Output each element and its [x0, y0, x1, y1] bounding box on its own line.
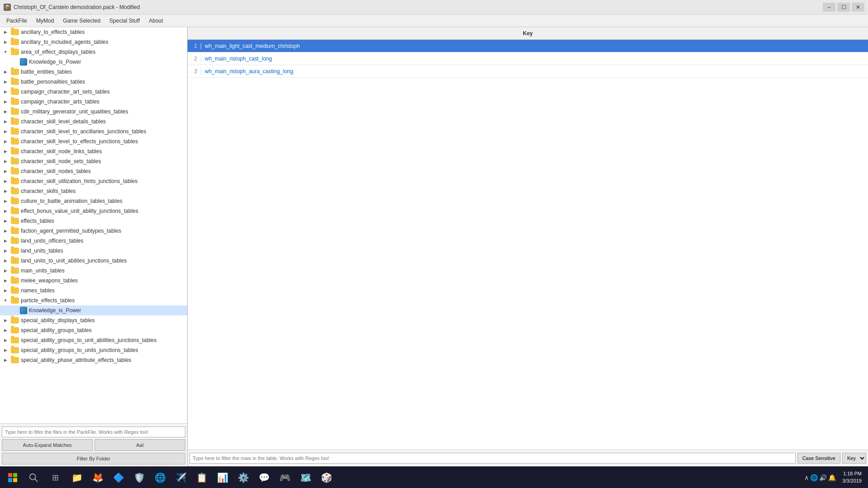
app10-button[interactable]: 💬 [254, 468, 274, 488]
tree-item-char-skill-node-links[interactable]: character_skill_node_links_tables [0, 146, 187, 156]
folder-icon [11, 297, 19, 304]
svg-point-4 [30, 474, 36, 479]
table-row[interactable]: 3 wh_main_ristoph_aura_casting_long [188, 65, 868, 78]
up-arrow-icon[interactable]: ∧ [804, 474, 809, 481]
menu-game-selected[interactable]: Game Selected [58, 16, 105, 26]
tree-item-effect-bonus[interactable]: effect_bonus_value_unit_ability_junction… [0, 206, 187, 216]
tree-item-culture-battle[interactable]: culture_to_battle_animation_tables_table… [0, 196, 187, 206]
sys-tray-icons: ∧ 🌐 🔊 🔔 [802, 474, 838, 481]
network-icon[interactable]: 🌐 [810, 474, 818, 481]
case-sensitive-button[interactable]: Case Sensitive [797, 453, 840, 464]
app4-button[interactable]: 🛡️ [129, 468, 149, 488]
folder-icon [11, 79, 19, 85]
tree-item-particle-effects[interactable]: particle_effects_tables [0, 296, 187, 305]
tree-item-names[interactable]: names_tables [0, 286, 187, 296]
tree-item-char-skill-nodes[interactable]: character_skill_nodes_tables [0, 166, 187, 176]
chevron-icon [2, 178, 9, 185]
tree-item-char-skill-utilization[interactable]: character_skill_utilization_hints_juncti… [0, 176, 187, 186]
volume-icon[interactable]: 🔊 [819, 474, 827, 481]
tree-item-effects[interactable]: effects_tables [0, 216, 187, 226]
table-row[interactable]: 2 wh_main_ristoph_cast_long [188, 52, 868, 65]
tree-item-special-ability-groups-units[interactable]: special_ability_groups_to_units_junction… [0, 345, 187, 355]
menu-about[interactable]: About [144, 16, 167, 26]
tree-item-char-skill-ancillaries[interactable]: character_skill_level_to_ancillaries_jun… [0, 127, 187, 136]
tree-item-char-skill-node-sets[interactable]: character_skill_node_sets_tables [0, 156, 187, 166]
close-button[interactable]: ✕ [852, 3, 864, 12]
tree-item-cdir-military[interactable]: cdir_military_generator_unit_qualities_t… [0, 107, 187, 117]
app13-button[interactable]: 🎲 [316, 468, 336, 488]
column-filter-dropdown[interactable]: Key [842, 453, 866, 464]
folder-icon [11, 208, 19, 214]
chevron-icon [2, 88, 9, 95]
tree-item-campaign-arts[interactable]: campaign_character_arts_tables [0, 97, 187, 107]
file-filter-input[interactable] [2, 427, 185, 437]
menu-packfile[interactable]: PackFile [2, 16, 32, 26]
auto-expand-button[interactable]: Auto-Expand Matches [2, 439, 93, 451]
tree-item-special-ability-groups-unit-abilities[interactable]: special_ability_groups_to_unit_abilities… [0, 335, 187, 345]
chevron-icon [2, 138, 9, 145]
app3-button[interactable]: 🔷 [108, 468, 128, 488]
tree-item-char-skill-details[interactable]: character_skill_level_details_tables [0, 117, 187, 127]
taskbar-clock[interactable]: 1:18 PM 3/3/2019 [840, 470, 864, 484]
chevron-icon [2, 217, 9, 225]
clock-time: 1:18 PM [842, 470, 862, 477]
tree-item-melee-weapons[interactable]: melee_weapons_tables [0, 276, 187, 286]
start-button[interactable] [4, 469, 22, 487]
chrome-button[interactable]: 🌐 [150, 468, 170, 488]
aa-button[interactable]: AaI [94, 439, 185, 451]
tree-item-battle-personalities[interactable]: battle_personalities_tables [0, 77, 187, 87]
tree-item-land-units-officers[interactable]: land_units_officers_tables [0, 236, 187, 246]
chevron-icon [2, 98, 9, 105]
tree-item-main-units[interactable]: main_units_tables [0, 266, 187, 276]
tree-item-knowledge-2-selected[interactable]: Knowledge_is_Power [0, 305, 187, 315]
tree-item-char-skill-effects[interactable]: character_skill_level_to_effects_junctio… [0, 136, 187, 146]
filter-by-folder-button[interactable]: Filter By Folder [2, 453, 185, 465]
chevron-icon [2, 227, 9, 235]
menu-mymod[interactable]: MyMod [32, 16, 58, 26]
chevron-icon [2, 277, 9, 284]
app11-button[interactable]: 🎮 [275, 468, 295, 488]
task-view-button[interactable]: ⊞ [45, 468, 65, 488]
tree-item-campaign-art-sets[interactable]: campaign_character_art_sets_tables [0, 87, 187, 97]
tree-item-battle-entities[interactable]: battle_entities_tables [0, 67, 187, 77]
key-cell: wh_main_ristoph_cast_long [201, 56, 868, 62]
tree-item-area-of-effect[interactable]: area_of_effect_displays_tables [0, 47, 187, 57]
folder-icon [11, 89, 19, 95]
app9-button[interactable]: ⚙️ [233, 468, 253, 488]
app8-button[interactable]: 📊 [212, 468, 232, 488]
folder-icon [11, 317, 19, 324]
tree-item-land-units-abilities[interactable]: land_units_to_unit_abilites_junctions_ta… [0, 256, 187, 266]
tree-item-special-ability-groups[interactable]: special_ability_groups_tables [0, 325, 187, 335]
table-area[interactable]: 1 wh_main_light_cast_medium_christoph 2 … [188, 40, 868, 450]
tree-item-ancillary-effects[interactable]: ancillary_to_effects_tables [0, 27, 187, 37]
tree-item-char-skills[interactable]: character_skills_tables [0, 186, 187, 196]
folder-icon [11, 188, 19, 194]
clock-date: 3/3/2019 [842, 478, 862, 484]
app12-button[interactable]: 🗺️ [296, 468, 316, 488]
browser-button[interactable]: 🦊 [88, 468, 108, 488]
chevron-icon [2, 38, 9, 46]
maximize-button[interactable]: ☐ [837, 3, 850, 12]
minimize-button[interactable]: – [823, 3, 835, 12]
chevron-icon [2, 337, 9, 344]
tree-item-land-units[interactable]: land_units_tables [0, 246, 187, 256]
file-tree-container[interactable]: ancillary_to_effects_tables ancillary_to… [0, 27, 187, 423]
file-icon [20, 307, 27, 314]
row-filter-input[interactable] [189, 453, 796, 464]
tree-item-ancillary-included[interactable]: ancillary_to_included_agents_tables [0, 37, 187, 47]
folder-icon [11, 39, 19, 45]
chevron-icon [2, 168, 9, 175]
tree-item-faction-agent[interactable]: faction_agent_permitted_subtypes_tables [0, 226, 187, 236]
table-row[interactable]: 1 wh_main_light_cast_medium_christoph [188, 40, 868, 52]
tree-item-knowledge-1[interactable]: Knowledge_is_Power [0, 57, 187, 67]
app6-button[interactable]: ✈️ [171, 468, 191, 488]
notification-icon[interactable]: 🔔 [828, 474, 836, 481]
tree-item-special-ability-displays[interactable]: special_ability_displays_tables [0, 315, 187, 325]
search-taskbar-button[interactable] [24, 468, 43, 488]
title-bar: 📦 Christoph_Of_Carstein demostration.pac… [0, 0, 868, 14]
svg-rect-2 [8, 478, 12, 482]
menu-special-stuff[interactable]: Special Stuff [105, 16, 144, 26]
app7-button[interactable]: 📋 [192, 468, 212, 488]
file-explorer-button[interactable]: 📁 [67, 468, 87, 488]
tree-item-special-ability-phase[interactable]: special_ability_phase_attribute_effects_… [0, 355, 187, 365]
